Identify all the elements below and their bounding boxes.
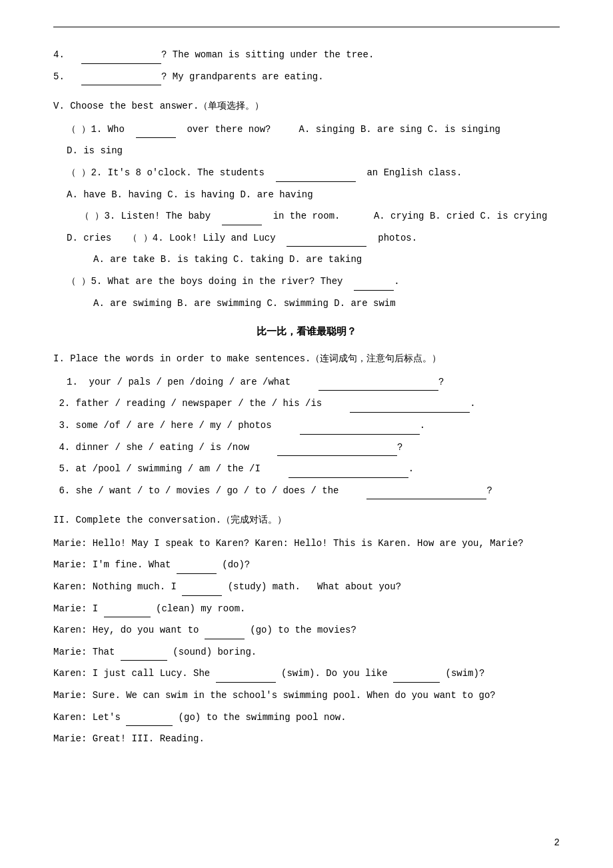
conv-blank-clean bbox=[104, 617, 151, 617]
section-i: I. Place the words in order to make sent… bbox=[53, 350, 560, 499]
q4-options: A. are take B. is taking C. taking D. ar… bbox=[93, 254, 362, 265]
conv-blank-study bbox=[182, 595, 222, 596]
q3-line: （ ）3. Listen! The baby in the room. A. c… bbox=[53, 207, 560, 225]
q3-blank bbox=[222, 225, 262, 225]
si-item-6-blank bbox=[366, 499, 486, 499]
compare-title: 比一比，看谁最聪明？ bbox=[53, 325, 560, 338]
item-5-line: 5. ? My grandparents are eating. bbox=[53, 68, 560, 86]
q4-text: photos. bbox=[378, 233, 417, 243]
q4-options-line: A. are take B. is taking C. taking D. ar… bbox=[53, 251, 560, 269]
si-item-1: 1. your / pals / pen /doing / are /what … bbox=[53, 373, 560, 391]
conv-line-9: Karen: Let's (go) to the swimming pool n… bbox=[53, 709, 560, 727]
q3-d: D. cries bbox=[67, 233, 111, 243]
si-item-2: 2. father / reading / newspaper / the / … bbox=[53, 395, 560, 413]
item-4-number: 4. bbox=[53, 49, 65, 60]
si-item-1-blank bbox=[318, 390, 438, 391]
item-4-line: 4. ? The woman is sitting under the tree… bbox=[53, 46, 560, 64]
q3-d-q4-line: D. cries （ ）4. Look! Lily and Lucy photo… bbox=[53, 229, 560, 247]
conv-blank-sound bbox=[121, 660, 167, 661]
conv-line-3: Karen: Nothing much. I (study) math. Wha… bbox=[53, 578, 560, 596]
q2-options-line: A. have B. having C. is having D. are ha… bbox=[53, 186, 560, 204]
section-i-header: I. Place the words in order to make sent… bbox=[53, 350, 560, 368]
q1-blank bbox=[136, 137, 176, 138]
si-item-3-blank bbox=[300, 434, 420, 435]
q2-prefix: （ ）2. It's 8 o'clock. The students bbox=[67, 167, 265, 178]
q1-line: （ ）1. Who over there now? A. singing B. … bbox=[53, 121, 560, 139]
si-item-5: 5. at /pool / swimming / am / the /I . bbox=[53, 460, 560, 478]
conv-blank-go2 bbox=[126, 725, 173, 726]
item-5-number: 5. bbox=[53, 71, 65, 82]
q1-d-line: D. is sing bbox=[53, 142, 560, 160]
q2-text: an English class. bbox=[366, 167, 462, 178]
conv-blank-swim1 bbox=[216, 682, 276, 683]
conv-line-10: Marie: Great! III. Reading. bbox=[53, 730, 560, 748]
q4-blank bbox=[287, 246, 366, 247]
top-fill-section: 4. ? The woman is sitting under the tree… bbox=[53, 46, 560, 85]
q1-options: A. singing B. are sing C. is singing bbox=[299, 124, 500, 135]
si-item-6: 6. she / want / to / movies / go / to / … bbox=[53, 482, 560, 500]
section-v-header: V. Choose the best answer.（单项选择。） bbox=[53, 97, 560, 115]
q5-options: A. are swiming B. are swimming C. swimmi… bbox=[93, 298, 396, 309]
q5-prefix: （ ）5. What are the boys doing in the riv… bbox=[67, 276, 342, 287]
conv-line-1: Marie: Hello! May I speak to Karen? Kare… bbox=[53, 535, 560, 553]
q5-options-line: A. are swiming B. are swimming C. swimmi… bbox=[53, 295, 560, 313]
q2-line: （ ）2. It's 8 o'clock. The students an En… bbox=[53, 164, 560, 182]
section-ii-header: II. Complete the conversation.（完成对话。） bbox=[53, 511, 560, 529]
q1-prefix: （ ）1. Who bbox=[67, 124, 125, 135]
q5-period: . bbox=[394, 276, 399, 287]
conv-line-6: Marie: That (sound) boring. bbox=[53, 643, 560, 661]
conv-line-2: Marie: I'm fine. What (do)? bbox=[53, 556, 560, 574]
q1-d: D. is sing bbox=[67, 145, 123, 156]
conv-line-7: Karen: I just call Lucy. She (swim). Do … bbox=[53, 665, 560, 683]
item-4-text: ? The woman is sitting under the tree. bbox=[161, 49, 374, 60]
q1-text: over there now? bbox=[187, 124, 271, 135]
q2-options: A. have B. having C. is having D. are ha… bbox=[67, 189, 313, 200]
q2-blank bbox=[276, 181, 356, 182]
conv-blank-go1 bbox=[205, 639, 245, 639]
si-item-4: 4. dinner / she / eating / is /now ? bbox=[53, 439, 560, 457]
si-item-3: 3. some /of / are / here / my / photos . bbox=[53, 417, 560, 435]
page-number: 2 bbox=[554, 837, 560, 848]
si-item-4-blank bbox=[277, 455, 397, 456]
conv-line-8: Marie: Sure. We can swim in the school's… bbox=[53, 687, 560, 705]
conv-blank-swim2 bbox=[393, 682, 440, 683]
item-5-blank bbox=[81, 85, 161, 85]
q5-blank bbox=[354, 290, 394, 291]
si-item-1-num: 1. bbox=[67, 377, 78, 387]
top-divider bbox=[53, 27, 560, 27]
q5-line: （ ）5. What are the boys doing in the riv… bbox=[53, 273, 560, 291]
item-5-text: ? My grandparents are eating. bbox=[161, 71, 324, 82]
si-item-2-blank bbox=[350, 412, 470, 413]
q4-prefix: （ ）4. Look! Lily and Lucy bbox=[128, 233, 275, 243]
q3-prefix: （ ）3. Listen! The baby bbox=[80, 211, 211, 221]
conv-line-4: Marie: I (clean) my room. bbox=[53, 600, 560, 618]
si-item-5-blank bbox=[289, 477, 408, 478]
conv-line-5: Karen: Hey, do you want to (go) to the m… bbox=[53, 621, 560, 639]
section-v: V. Choose the best answer.（单项选择。） （ ）1. … bbox=[53, 97, 560, 312]
q3-text: in the room. bbox=[273, 211, 340, 221]
conv-blank-do bbox=[177, 573, 217, 574]
section-ii: II. Complete the conversation.（完成对话。） Ma… bbox=[53, 511, 560, 748]
q3-options: A. crying B. cried C. is crying bbox=[374, 211, 547, 221]
item-4-blank bbox=[81, 63, 161, 64]
